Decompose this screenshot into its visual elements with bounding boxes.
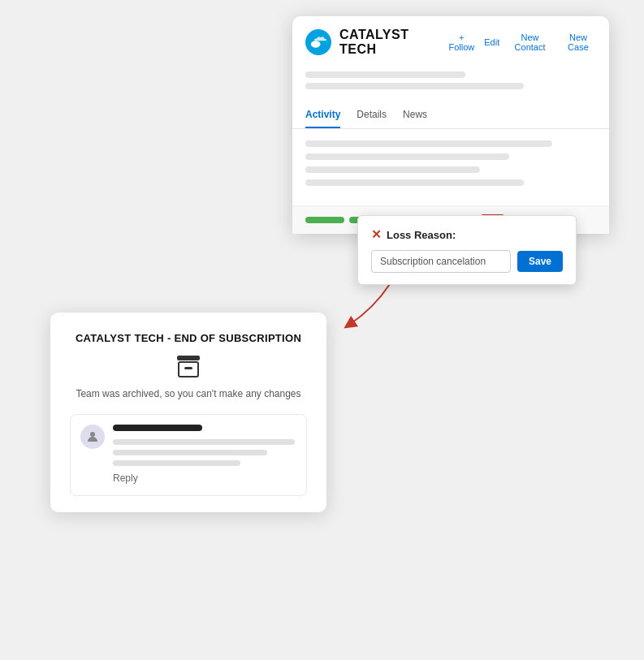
sf-content — [292, 129, 609, 205]
svg-point-0 — [311, 41, 321, 47]
tab-activity[interactable]: Activity — [305, 109, 340, 128]
comment-title-bar — [113, 425, 202, 431]
loss-input-row: Save — [371, 250, 563, 273]
svg-rect-3 — [184, 367, 192, 369]
svg-rect-1 — [177, 356, 200, 360]
edit-button[interactable]: Edit — [484, 37, 499, 47]
tab-news[interactable]: News — [403, 109, 427, 128]
end-card-subtitle: Team was archived, so you can't make any… — [70, 388, 307, 399]
loss-save-button[interactable]: Save — [517, 251, 563, 272]
comment-body: Reply — [113, 425, 295, 484]
end-card-title: CATALYST TECH - END OF SUBSCRIPTION — [70, 332, 307, 344]
comment-line-3 — [113, 460, 240, 466]
comment-avatar — [80, 425, 105, 449]
loss-reason-input[interactable] — [371, 250, 511, 273]
reply-button[interactable]: Reply — [113, 472, 295, 484]
loss-x-icon: ✕ — [371, 227, 382, 242]
loss-reason-popup: ✕ Loss Reason: Save — [357, 215, 577, 285]
archive-icon-container — [70, 356, 307, 378]
new-case-button[interactable]: New Case — [560, 32, 596, 52]
content-line-4 — [305, 179, 524, 186]
content-line-2 — [305, 153, 509, 160]
progress-seg-1 — [305, 217, 344, 223]
skeleton-line-1 — [305, 71, 465, 78]
skeleton-line-2 — [305, 83, 524, 89]
archive-icon — [175, 356, 201, 378]
sf-action-buttons: + Follow Edit New Contact New Case — [447, 32, 596, 52]
loss-reason-label: Loss Reason: — [387, 229, 456, 241]
sf-tabs: Activity Details News — [292, 102, 609, 129]
end-subscription-card: CATALYST TECH - END OF SUBSCRIPTION Team… — [50, 313, 326, 512]
comment-line-2 — [113, 450, 267, 455]
content-line-1 — [305, 140, 552, 147]
arrow-connector — [325, 276, 406, 344]
person-icon — [86, 430, 99, 443]
salesforce-card: CATALYST TECH + Follow Edit New Contact … — [292, 16, 609, 234]
salesforce-logo — [305, 29, 331, 55]
tab-details[interactable]: Details — [357, 109, 387, 128]
sf-card-header: CATALYST TECH + Follow Edit New Contact … — [292, 16, 609, 65]
new-contact-button[interactable]: New Contact — [508, 32, 552, 52]
content-line-3 — [305, 166, 480, 173]
loss-popup-title: ✕ Loss Reason: — [371, 227, 563, 242]
sf-company-title: CATALYST TECH — [339, 28, 439, 57]
sf-skeleton-top — [292, 65, 609, 99]
comment-line-1 — [113, 439, 295, 445]
svg-point-4 — [90, 432, 95, 437]
follow-button[interactable]: + Follow — [447, 32, 476, 52]
end-card-comment-box: Reply — [70, 414, 307, 496]
